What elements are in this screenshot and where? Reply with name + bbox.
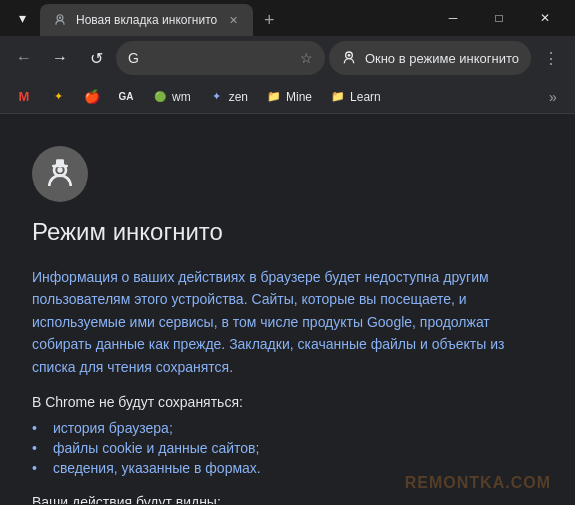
- star-favicon: ✦: [50, 89, 66, 105]
- bookmark-star[interactable]: ✦: [42, 84, 74, 110]
- tab-strip: Новая вкладка инкогнито ✕ +: [40, 0, 427, 36]
- learn-label: Learn: [350, 90, 381, 104]
- bookmark-apple[interactable]: 🍎: [76, 84, 108, 110]
- bookmarks-more-btn[interactable]: »: [539, 83, 567, 111]
- refresh-btn[interactable]: ↺: [80, 42, 112, 74]
- incognito-avatar: [32, 146, 88, 202]
- mine-folder-icon: 📁: [266, 89, 282, 105]
- svg-rect-7: [56, 159, 64, 166]
- gmail-favicon: M: [16, 89, 32, 105]
- incognito-icon-small: [341, 50, 357, 66]
- incognito-avatar-icon: [44, 158, 76, 190]
- address-bar[interactable]: G ☆: [116, 41, 325, 75]
- bookmark-star-icon[interactable]: ☆: [300, 50, 313, 66]
- svg-point-1: [59, 17, 61, 19]
- page-content: Режим инкогнито Информация о ваших дейст…: [0, 114, 575, 504]
- bookmark-mine-folder[interactable]: 📁 Mine: [258, 84, 320, 110]
- address-text: G: [128, 50, 292, 66]
- zen-favicon: ✦: [209, 89, 225, 105]
- wm-favicon: 🟢: [152, 89, 168, 105]
- apple-favicon: 🍎: [84, 89, 100, 105]
- active-tab[interactable]: Новая вкладка инкогнито ✕: [40, 4, 253, 36]
- description-text: Информация о ваших действиях в браузере …: [32, 269, 504, 375]
- title-bar: ▾ Новая вкладка инкогнито ✕ + ─ □ ✕: [0, 0, 575, 36]
- mine-label: Mine: [286, 90, 312, 104]
- new-tab-btn[interactable]: +: [255, 6, 283, 34]
- bookmarks-bar: M ✦ 🍎 GA 🟢 wm ✦ zen 📁 Mine 📁 Learn »: [0, 80, 575, 114]
- bookmark-zen[interactable]: ✦ zen: [201, 84, 256, 110]
- menu-btn[interactable]: ⋮: [535, 42, 567, 74]
- nav-bar: ← → ↺ G ☆ Окно в режиме инкогнито ⋮: [0, 36, 575, 80]
- back-btn[interactable]: ←: [8, 42, 40, 74]
- bookmark-learn-folder[interactable]: 📁 Learn: [322, 84, 389, 110]
- bookmark-ga[interactable]: GA: [110, 84, 142, 110]
- bullet-list: история браузера; файлы cookie и данные …: [32, 418, 543, 478]
- bullet-item-1: история браузера;: [32, 418, 543, 438]
- footer-title: Ваши действия будут видны:: [32, 494, 543, 504]
- bookmark-wm[interactable]: 🟢 wm: [144, 84, 199, 110]
- zen-label: zen: [229, 90, 248, 104]
- page-heading: Режим инкогнито: [32, 218, 543, 246]
- learn-folder-icon: 📁: [330, 89, 346, 105]
- bullet-item-2: файлы cookie и данные сайтов;: [32, 438, 543, 458]
- tab-close-btn[interactable]: ✕: [225, 12, 241, 28]
- maximize-btn[interactable]: □: [477, 0, 521, 36]
- page-description: Информация о ваших действиях в браузере …: [32, 266, 543, 378]
- minimize-btn[interactable]: ─: [431, 0, 475, 36]
- forward-btn[interactable]: →: [44, 42, 76, 74]
- ga-favicon: GA: [118, 89, 134, 105]
- tab-favicon: [52, 12, 68, 28]
- svg-point-3: [348, 54, 351, 57]
- close-btn[interactable]: ✕: [523, 0, 567, 36]
- section-title: В Chrome не будут сохраняться:: [32, 394, 543, 410]
- svg-point-5: [57, 167, 62, 172]
- incognito-indicator[interactable]: Окно в режиме инкогнито: [329, 41, 531, 75]
- window-controls: ─ □ ✕: [431, 0, 567, 36]
- wm-label: wm: [172, 90, 191, 104]
- bookmark-gmail[interactable]: M: [8, 84, 40, 110]
- tab-title: Новая вкладка инкогнито: [76, 13, 217, 27]
- dropdown-arrow-btn[interactable]: ▾: [8, 4, 36, 32]
- watermark: REMONTKA.COM: [405, 474, 551, 492]
- incognito-label: Окно в режиме инкогнито: [365, 51, 519, 66]
